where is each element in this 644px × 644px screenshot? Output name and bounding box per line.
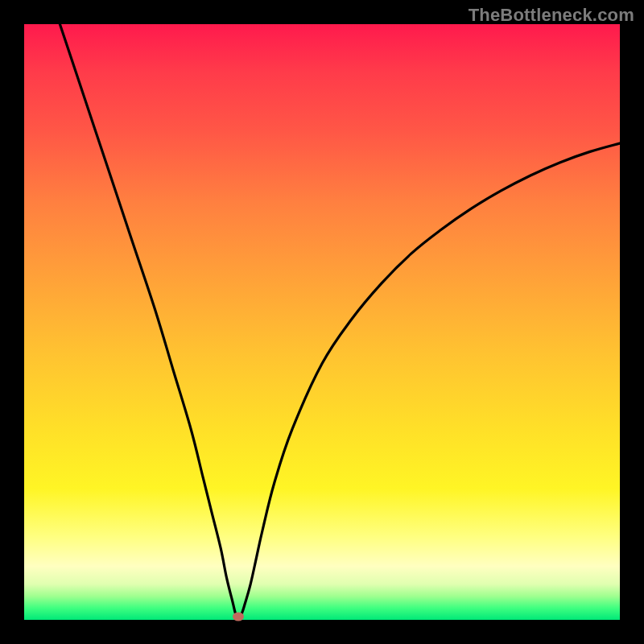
watermark-text: TheBottleneck.com (469, 5, 634, 26)
bottleneck-curve (24, 24, 620, 620)
chart-frame: TheBottleneck.com (0, 0, 644, 644)
plot-area (24, 24, 620, 620)
minimum-marker (233, 613, 244, 621)
